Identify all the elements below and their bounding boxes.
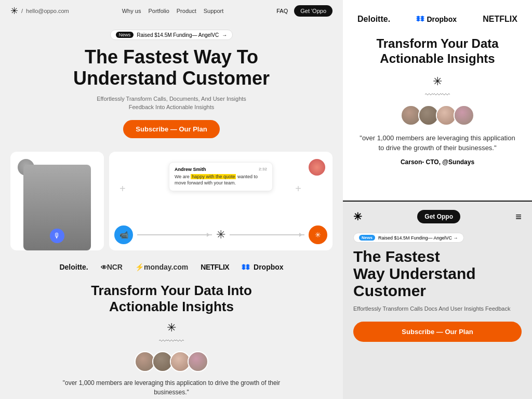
asterisk-decoration: ✳: [21, 321, 322, 335]
hero-image-person: 🎙: [10, 152, 104, 250]
brand-dropbox: Dropbox: [416, 15, 457, 23]
news-tag: News: [116, 32, 134, 38]
nav-right: FAQ Get 'Oppo: [276, 5, 332, 17]
nav-product[interactable]: Product: [177, 8, 196, 14]
logo-dropbox: Dropbox: [242, 263, 283, 271]
hero-subscribe-button[interactable]: Subscribe — Our Plan: [123, 120, 219, 138]
mobile-view: ✳ Get Oppo ≡ News Raised $14.5M Funding—…: [343, 202, 532, 399]
transform-title: Transform Your Data Into Actionable Insi…: [21, 283, 322, 315]
hero-title: The Fastest Way To Understand Customer: [21, 46, 322, 89]
panel-top-title: Transform Your Data Actionable Insights: [357, 36, 517, 66]
panel-top-avatars: [357, 105, 517, 126]
news-badge: News Raised $14.5M Funding— AngelVC →: [110, 30, 233, 40]
mobile-news-badge: News Raised $14.5M Funding— AngelVC →: [353, 233, 464, 243]
avatars-row: [21, 351, 322, 372]
nav-cta-button[interactable]: Get 'Oppo: [294, 5, 332, 17]
right-panels: Deloitte. Dropbox NETFLIX Transform Your…: [343, 0, 532, 399]
nav-support[interactable]: Support: [204, 8, 224, 14]
mobile-navbar: ✳ Get Oppo ≡: [353, 210, 522, 223]
nav-email: hello@oppo.com: [26, 8, 69, 14]
nav-faq[interactable]: FAQ: [276, 8, 288, 14]
plus-deco-2: +: [295, 183, 301, 195]
mic-icon: 🎙: [50, 229, 64, 243]
mobile-subtitle: Effortlessly Transform Calls Docs And Us…: [353, 304, 522, 313]
nav-why-us[interactable]: Why us: [122, 8, 141, 14]
logo-deloitte: Deloitte.: [59, 263, 88, 271]
svg-marker-4: [242, 268, 250, 270]
hero-section: News Raised $14.5M Funding— AngelVC → Th…: [0, 22, 343, 152]
panel-top-wave: 〰〰〰: [357, 90, 517, 100]
mobile-subscribe-button[interactable]: Subscribe — Our Plan: [353, 322, 522, 342]
navbar: ✳ / hello@oppo.com Why us Portfolio Prod…: [0, 0, 343, 22]
logos-section: Deloitte. 👁NCR ⚡monday.com NETFLIX Dropb…: [0, 259, 343, 277]
logo-icon: ✳: [10, 5, 18, 17]
flow-line: 📹 ✳ ✳: [114, 225, 327, 244]
chat-sender: Andrew Smith 2:32: [175, 167, 267, 172]
mobile-news-text: Raised $14.5M Funding— AngelVC →: [378, 235, 458, 241]
hero-image-workflow: Andrew Smith 2:32 We are happy with the …: [109, 152, 332, 250]
mobile-get-oppo-button[interactable]: Get Oppo: [417, 210, 460, 223]
panel-top-asterisk: ✳: [357, 75, 517, 88]
chat-message: We are happy with the quote wanted to mo…: [175, 174, 267, 187]
logo-ncr: 👁NCR: [101, 263, 123, 271]
brand-netflix: NETFLIX: [483, 15, 517, 24]
news-arrow: →: [222, 32, 227, 38]
panel-avatar-4: [454, 105, 474, 126]
mobile-hero-title: The Fastest Way Understand Customer: [353, 248, 522, 299]
flow-asterisk: ✳: [216, 228, 225, 242]
brand-deloitte: Deloitte.: [357, 15, 390, 24]
transform-section: Transform Your Data Into Actionable Insi…: [0, 277, 343, 399]
flow-arrow-1: [137, 234, 212, 235]
tablet-view: Deloitte. Dropbox NETFLIX Transform Your…: [343, 0, 532, 202]
testimonial-text: "over 1,000 members are leveraging this …: [62, 378, 281, 397]
flow-diagram: 📹 ✳ ✳: [114, 225, 327, 244]
flow-node-video: 📹: [114, 225, 133, 244]
mobile-logo: ✳: [353, 210, 362, 223]
avatar-4: [188, 351, 208, 372]
brand-logos-row: Deloitte. Dropbox NETFLIX: [357, 15, 517, 24]
plus-deco-1: +: [119, 183, 126, 195]
wave-decoration: 〰〰〰: [21, 337, 322, 346]
flow-node-asterisk: ✳: [309, 225, 327, 244]
panel-top-testimonial: "over 1,000 members are leveraging this …: [357, 133, 517, 153]
nav-links: Why us Portfolio Product Support: [122, 8, 224, 14]
panel-top-attribution: Carson- CTO, @Sundays: [357, 158, 517, 166]
logo-netflix: NETFLIX: [201, 263, 229, 271]
flow-arrow-2: [230, 234, 304, 235]
mobile-news-tag: News: [359, 235, 375, 241]
news-text: Raised $14.5M Funding— AngelVC: [137, 32, 219, 38]
workflow-avatar: [309, 159, 325, 176]
chat-bubble: Andrew Smith 2:32 We are happy with the …: [169, 162, 273, 191]
hamburger-menu-icon[interactable]: ≡: [515, 211, 522, 223]
hero-images: 🎙 Andrew Smith 2:32 We are happy with th…: [0, 152, 343, 250]
svg-marker-9: [416, 19, 424, 22]
logo-monday: ⚡monday.com: [135, 263, 188, 271]
nav-portfolio[interactable]: Portfolio: [148, 8, 169, 14]
hero-subtitle: Effortlessly Transform Calls, Documents,…: [21, 95, 322, 112]
logo-area: ✳ / hello@oppo.com: [10, 5, 69, 17]
nav-separator: /: [21, 8, 23, 14]
desktop-view: ✳ / hello@oppo.com Why us Portfolio Prod…: [0, 0, 343, 399]
